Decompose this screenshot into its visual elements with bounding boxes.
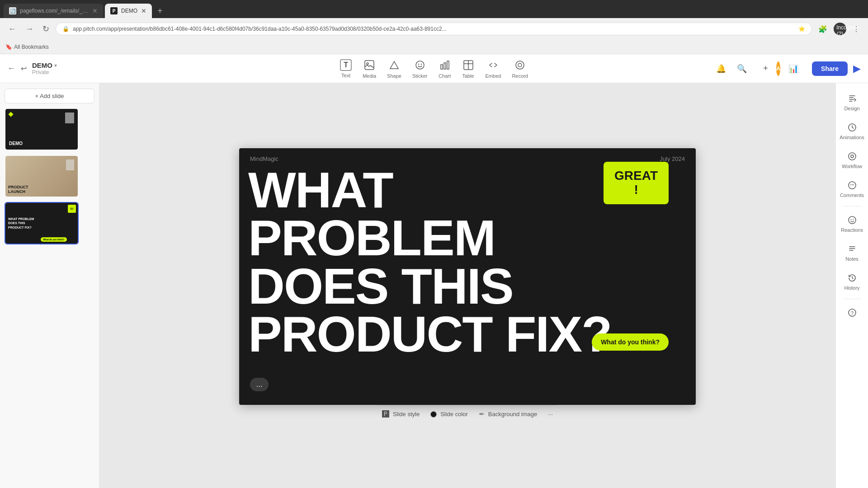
svg-point-20 — [850, 219, 851, 220]
media-tool-icon — [363, 59, 376, 71]
shape-tool-label: Shape — [387, 73, 401, 79]
sticker-tool-label: Sticker — [412, 73, 428, 79]
canvas-area: MindMagic July 2024 GREAT ! WHATPROBLEMD… — [99, 83, 835, 488]
sidebar-divider-2 — [843, 299, 861, 299]
play-button[interactable]: ▶ — [853, 63, 861, 75]
canvas-header: MindMagic July 2024 — [250, 155, 685, 162]
toolbar-embed[interactable]: Embed — [486, 59, 501, 79]
toolbar-table[interactable]: Table — [462, 59, 475, 79]
sidebar-item-design[interactable]: Design — [838, 89, 867, 116]
presentation-info: DEMO ▾ Private — [32, 61, 57, 75]
app: ← ↩ DEMO ▾ Private T Text Media — [0, 54, 868, 488]
slide-3-title-1: WHAT PROBLEM — [8, 217, 75, 221]
slide-color-item[interactable]: Slide color — [430, 411, 468, 418]
what-think-badge[interactable]: What do you think? — [592, 333, 669, 351]
sidebar-item-workflow[interactable]: Workflow — [838, 146, 867, 174]
slide-style-item[interactable]: 🅿 Slide style — [382, 410, 420, 418]
bookmarks-bar: 🔖 All Bookmarks — [0, 40, 868, 54]
design-icon — [847, 93, 858, 104]
main-content: + Add slide 1 DEMO — [0, 83, 868, 488]
notification-button[interactable]: 🔔 — [713, 61, 729, 76]
more-options-item[interactable]: ··· — [548, 411, 553, 418]
slide-canvas[interactable]: MindMagic July 2024 GREAT ! WHATPROBLEMD… — [239, 148, 696, 405]
toolbar-shape[interactable]: Shape — [387, 59, 401, 79]
notes-icon — [847, 244, 858, 254]
tab-1[interactable]: 🔄 pageflows.com/_/emails/_/7fb5... ✕ — [4, 4, 103, 18]
sidebar-item-history[interactable]: History — [838, 268, 867, 295]
media-tool-label: Media — [363, 73, 376, 79]
text-tool-icon: T — [340, 59, 352, 71]
history-label: History — [844, 285, 859, 291]
background-image-label: Background image — [488, 411, 537, 418]
presentation-dropdown-icon[interactable]: ▾ — [54, 62, 57, 69]
toolbar-center: T Text Media Shape Sticker — [114, 59, 754, 79]
sidebar-item-animations[interactable]: Animations — [838, 117, 867, 145]
sidebar-item-notes[interactable]: Notes — [838, 239, 867, 266]
new-tab-button[interactable]: + — [154, 6, 166, 16]
bookmarks-label: All Bookmarks — [14, 44, 49, 50]
toolbar-sticker[interactable]: Sticker — [412, 59, 428, 79]
app-toolbar: ← ↩ DEMO ▾ Private T Text Media — [0, 54, 868, 83]
toolbar-chart[interactable]: Chart — [439, 59, 451, 79]
forward-button[interactable]: → — [23, 23, 36, 36]
svg-point-3 — [418, 63, 419, 64]
slide-1-thumb[interactable]: DEMO — [5, 108, 79, 150]
slide-2-title-2: LAUNCH — [8, 189, 75, 194]
back-button[interactable]: ← — [5, 23, 19, 36]
address-bar[interactable]: 🔒 app.pitch.com/app/presentation/b86dbc6… — [56, 23, 812, 35]
undo-button[interactable]: ↩ — [21, 64, 27, 73]
toolbar-media[interactable]: Media — [363, 59, 376, 79]
tab-bar: 🔄 pageflows.com/_/emails/_/7fb5... ✕ P D… — [0, 0, 868, 18]
svg-rect-0 — [365, 61, 374, 70]
incognito-button[interactable]: Incognito (2) — [834, 23, 846, 35]
presentation-icon-button[interactable]: 📊 — [786, 61, 801, 76]
search-button[interactable]: 🔍 — [734, 61, 750, 76]
toolbar-text[interactable]: T Text — [340, 59, 352, 78]
sidebar-item-help[interactable]: ? — [838, 303, 867, 323]
tab-1-label: pageflows.com/_/emails/_/7fb5... — [20, 8, 89, 14]
slide-color-dot — [430, 411, 437, 418]
svg-point-21 — [853, 219, 854, 220]
tab-2[interactable]: P DEMO ✕ — [105, 4, 152, 18]
user-avatar[interactable]: A — [776, 61, 780, 76]
record-tool-label: Record — [512, 73, 528, 79]
table-tool-label: Table — [462, 73, 474, 79]
menu-button[interactable]: ⋮ — [850, 23, 863, 35]
help-icon: ? — [847, 307, 858, 318]
tab-2-close[interactable]: ✕ — [141, 7, 146, 14]
svg-point-12 — [518, 63, 522, 67]
right-sidebar: Design Animations Workflow — [835, 83, 868, 488]
more-options-label: ··· — [548, 411, 553, 418]
nav-right: 🧩 Incognito (2) ⋮ — [816, 23, 863, 35]
toolbar-right: 🔔 🔍 + A 📊 Share ▶ — [761, 61, 861, 76]
svg-text:?: ? — [851, 310, 854, 316]
design-label: Design — [844, 106, 859, 111]
comments-icon — [847, 180, 858, 191]
svg-point-16 — [850, 184, 851, 185]
svg-point-2 — [416, 61, 424, 69]
tab-1-close[interactable]: ✕ — [92, 7, 98, 14]
slide-3-thumb[interactable]: G! WHAT PROBLEM DOES THIS PRODUCT FIX? W… — [5, 202, 79, 244]
add-slide-button[interactable]: + Add slide — [5, 89, 94, 103]
back-to-home-button[interactable]: ← — [7, 64, 15, 73]
canvas-date: July 2024 — [660, 155, 685, 162]
record-tool-icon — [514, 59, 526, 71]
extensions-button[interactable]: 🧩 — [816, 23, 830, 35]
share-button[interactable]: Share — [812, 61, 848, 76]
toolbar-record[interactable]: Record — [512, 59, 528, 79]
plus-button[interactable]: + — [760, 61, 771, 76]
toolbar-left: ← ↩ DEMO ▾ Private — [7, 61, 107, 75]
svg-point-14 — [851, 155, 854, 158]
reload-button[interactable]: ↻ — [40, 22, 52, 36]
background-image-item[interactable]: ✒ Background image — [479, 410, 537, 418]
slide-2-thumb[interactable]: PRODUCT LAUNCH — [5, 155, 79, 197]
comment-bubble[interactable]: ... — [250, 378, 269, 391]
table-tool-icon — [462, 59, 475, 71]
tab-2-label: DEMO — [121, 8, 137, 14]
svg-point-17 — [852, 184, 853, 185]
slide-style-label: Slide style — [393, 411, 420, 418]
address-url: app.pitch.com/app/presentation/b86dbc61-… — [73, 26, 795, 32]
reactions-icon — [847, 215, 858, 225]
sidebar-item-reactions[interactable]: Reactions — [838, 210, 867, 237]
sidebar-item-comments[interactable]: Comments — [838, 175, 867, 202]
